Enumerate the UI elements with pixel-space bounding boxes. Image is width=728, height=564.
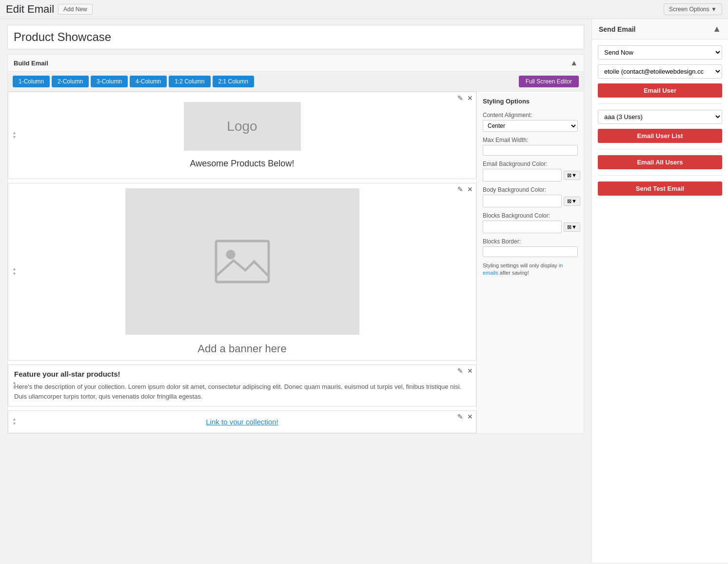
blocks-bg-color-picker-button[interactable]: ⊠▼ <box>564 222 580 232</box>
text-block-handle[interactable]: ▲ ▼ <box>10 381 19 390</box>
content-alignment-label: Content Alignment: <box>483 112 578 119</box>
screen-options-button[interactable]: Screen Options ▼ <box>664 3 722 15</box>
text-block-edit-button[interactable]: ✎ <box>456 367 464 375</box>
divider-1 <box>598 103 722 104</box>
email-bg-color-input[interactable] <box>483 169 562 181</box>
divider-2 <box>598 149 722 149</box>
right-panel: Send Email ▲ Send Now Schedule etoile (c… <box>591 19 728 563</box>
col-btn-4[interactable]: 4-Column <box>130 76 167 87</box>
col-btn-21[interactable]: 2:1 Column <box>213 76 254 87</box>
blocks-border-field: Blocks Border: <box>483 238 578 257</box>
col-btn-1[interactable]: 1-Column <box>13 76 50 87</box>
link-block-text[interactable]: Link to your collection! <box>206 418 278 426</box>
banner-label: Add a banner here <box>13 342 471 355</box>
send-when-select[interactable]: Send Now Schedule <box>598 45 722 60</box>
send-email-title: Send Email <box>599 25 635 33</box>
logo-block-controls: ✎ ✕ <box>456 94 474 102</box>
svg-rect-0 <box>216 241 269 282</box>
banner-block-controls: ✎ ✕ <box>456 185 474 193</box>
text-block: ▲ ▼ ✎ ✕ Feature your all-star products! … <box>8 364 476 406</box>
recipient-field: etoile (contact@etoilewebdesign.cc <box>598 64 722 79</box>
send-when-field: Send Now Schedule <box>598 45 722 60</box>
email-user-button[interactable]: Email User <box>598 83 722 98</box>
fullscreen-editor-button[interactable]: Full Screen Editor <box>519 76 579 87</box>
body-bg-color-row: ⊠▼ <box>483 195 578 207</box>
email-user-list-button[interactable]: Email User List <box>598 129 722 143</box>
send-email-body: Send Now Schedule etoile (contact@etoile… <box>592 40 728 201</box>
logo-block: ▲ ▼ ✎ ✕ Logo Awesome Products Below! <box>8 92 476 179</box>
link-block-edit-button[interactable]: ✎ <box>456 413 464 421</box>
max-email-width-field: Max Email Width: <box>483 137 578 156</box>
banner-block-handle[interactable]: ▲ ▼ <box>10 267 19 277</box>
text-block-heading: Feature your all-star products! <box>14 370 470 378</box>
link-block-close-button[interactable]: ✕ <box>466 413 474 421</box>
link-block-inner: Link to your collection! <box>8 411 476 433</box>
build-email-toggle-icon: ▲ <box>570 59 578 67</box>
blocks-bg-color-field: Blocks Background Color: ⊠▼ <box>483 212 578 233</box>
blocks-bg-color-input[interactable] <box>483 221 562 233</box>
text-block-close-button[interactable]: ✕ <box>466 367 474 375</box>
blocks-border-label: Blocks Border: <box>483 238 578 245</box>
send-test-email-button[interactable]: Send Test Email <box>598 181 722 196</box>
email-bg-color-row: ⊠▼ <box>483 169 578 181</box>
text-block-body: Here's the description of your collectio… <box>14 382 470 401</box>
logo-block-edit-button[interactable]: ✎ <box>456 94 464 102</box>
send-email-panel-header[interactable]: Send Email ▲ <box>592 19 728 40</box>
content-alignment-field: Content Alignment: Center Left Right <box>483 112 578 132</box>
build-email-panel: Build Email ▲ 1-Column 2-Column 3-Column… <box>7 54 584 434</box>
logo-block-handle[interactable]: ▲ ▼ <box>10 131 19 141</box>
link-block-handle[interactable]: ▲ ▼ <box>10 417 19 427</box>
body-bg-color-input[interactable] <box>483 195 562 207</box>
max-email-width-label: Max Email Width: <box>483 137 578 143</box>
banner-block-inner: Add a banner here <box>8 183 476 360</box>
user-list-field: aaa (3 Users) <box>598 110 722 124</box>
banner-block: ▲ ▼ ✎ ✕ <box>8 183 476 361</box>
column-buttons-bar: 1-Column 2-Column 3-Column 4-Column 1:2 … <box>8 72 584 92</box>
page-title-area: Edit Email Add New <box>6 3 93 16</box>
col-btn-12[interactable]: 1:2 Column <box>169 76 210 87</box>
content-alignment-select[interactable]: Center Left Right <box>483 120 578 132</box>
svg-point-1 <box>226 250 235 259</box>
blocks-bg-color-label: Blocks Background Color: <box>483 212 578 219</box>
logo-text: Logo <box>227 119 257 134</box>
styling-options-panel: Styling Options Content Alignment: Cente… <box>476 92 584 433</box>
col-btn-2[interactable]: 2-Column <box>52 76 89 87</box>
blocks-border-input[interactable] <box>483 246 578 257</box>
email-title-input[interactable] <box>7 25 584 49</box>
styling-note: Styling settings will only display in em… <box>483 262 578 277</box>
email-bg-color-picker-button[interactable]: ⊠▼ <box>564 171 580 180</box>
email-all-users-button[interactable]: Email All Users <box>598 155 722 169</box>
recipient-select[interactable]: etoile (contact@etoilewebdesign.cc <box>598 64 722 79</box>
user-list-select[interactable]: aaa (3 Users) <box>598 110 722 124</box>
col-btn-3[interactable]: 3-Column <box>91 76 128 87</box>
send-email-toggle-icon: ▲ <box>712 24 721 34</box>
page-title: Edit Email <box>6 3 54 16</box>
logo-block-close-button[interactable]: ✕ <box>466 94 474 102</box>
text-block-inner: Feature your all-star products! Here's t… <box>8 365 476 406</box>
top-bar: Edit Email Add New Screen Options ▼ <box>0 0 728 19</box>
max-email-width-input[interactable] <box>483 145 578 156</box>
styling-options-title: Styling Options <box>483 98 578 105</box>
blocks-bg-color-row: ⊠▼ <box>483 221 578 233</box>
build-email-title: Build Email <box>14 60 48 67</box>
text-block-controls: ✎ ✕ <box>456 367 474 375</box>
email-bg-color-label: Email Background Color: <box>483 161 578 167</box>
logo-block-inner: Logo Awesome Products Below! <box>8 92 476 179</box>
email-bg-color-field: Email Background Color: ⊠▼ <box>483 161 578 181</box>
body-bg-color-label: Body Background Color: <box>483 186 578 193</box>
main-layout: Build Email ▲ 1-Column 2-Column 3-Column… <box>0 19 728 563</box>
banner-placeholder-icon <box>213 232 272 291</box>
banner-block-edit-button[interactable]: ✎ <box>456 185 464 193</box>
body-bg-color-picker-button[interactable]: ⊠▼ <box>564 197 580 206</box>
link-block: ▲ ▼ ✎ ✕ Link to your collection! <box>8 410 476 433</box>
add-new-button[interactable]: Add New <box>58 4 93 15</box>
body-bg-color-field: Body Background Color: ⊠▼ <box>483 186 578 207</box>
build-email-header[interactable]: Build Email ▲ <box>8 55 584 72</box>
banner-block-close-button[interactable]: ✕ <box>466 185 474 193</box>
blocks-column: ▲ ▼ ✎ ✕ Logo Awesome Products Below! <box>8 92 476 433</box>
divider-3 <box>598 175 722 176</box>
left-panel: Build Email ▲ 1-Column 2-Column 3-Column… <box>0 19 591 563</box>
email-blocks-wrapper: ▲ ▼ ✎ ✕ Logo Awesome Products Below! <box>8 92 584 433</box>
link-block-controls: ✎ ✕ <box>456 413 474 421</box>
logo-tagline: Awesome Products Below! <box>18 159 466 169</box>
